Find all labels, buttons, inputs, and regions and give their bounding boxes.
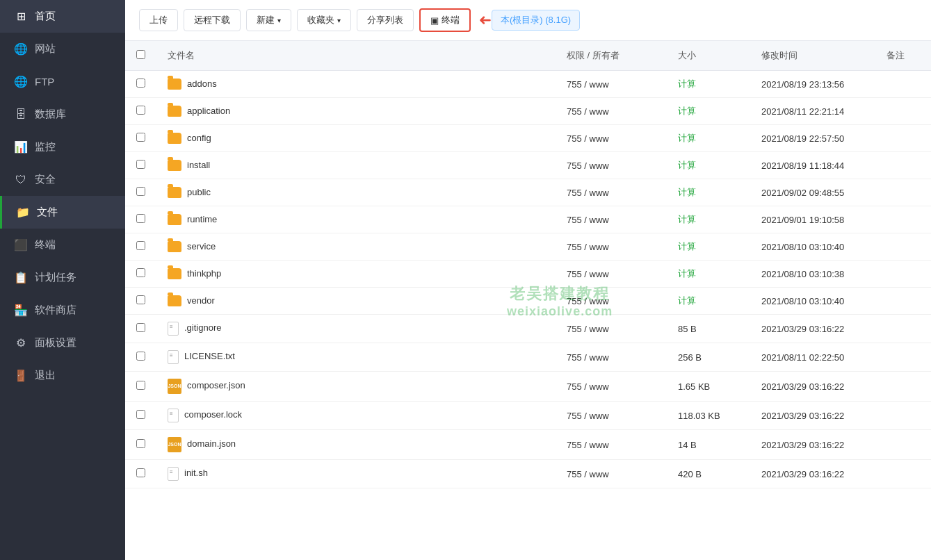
- sidebar-item-settings[interactable]: ⚙ 面板设置: [0, 327, 125, 359]
- select-all-checkbox[interactable]: [136, 50, 145, 59]
- new-label: 新建: [257, 14, 275, 26]
- row-checkbox[interactable]: [136, 106, 145, 115]
- calc-size-button[interactable]: 计算: [678, 106, 696, 116]
- row-permission-cell: 755 / www: [556, 261, 667, 288]
- share-button[interactable]: 分享列表: [357, 9, 414, 31]
- row-size-cell: 计算: [667, 206, 750, 233]
- sidebar-item-files[interactable]: 📁 文件: [0, 196, 125, 229]
- row-checkbox[interactable]: [136, 268, 145, 277]
- row-permission-cell: 755 / www: [556, 233, 667, 261]
- sidebar-item-label: 数据库: [35, 108, 66, 121]
- file-name[interactable]: .gitignore: [184, 322, 221, 333]
- row-checkbox[interactable]: [136, 133, 145, 142]
- file-name[interactable]: service: [187, 241, 216, 252]
- row-checkbox[interactable]: [136, 352, 145, 361]
- terminal-button[interactable]: ▣ 终端: [419, 8, 471, 32]
- json-icon: JSON: [168, 437, 181, 452]
- logout-icon: 🚪: [14, 369, 28, 382]
- ftp-icon: 🌐: [14, 75, 28, 88]
- row-checkbox[interactable]: [136, 295, 145, 304]
- row-note-cell: [875, 71, 931, 98]
- sidebar-item-database[interactable]: 🗄 数据库: [0, 98, 125, 131]
- row-checkbox[interactable]: [136, 160, 145, 169]
- sidebar-item-label: 软件商店: [35, 304, 76, 317]
- header-permission: 权限 / 所有者: [556, 41, 667, 71]
- sidebar-item-logout[interactable]: 🚪 退出: [0, 359, 125, 392]
- file-name[interactable]: vendor: [187, 295, 215, 306]
- table-row: install755 / www计算2021/08/19 11:18:44: [125, 152, 931, 179]
- sidebar-item-ftp[interactable]: 🌐 FTP: [0, 65, 125, 98]
- sidebar-item-label: 监控: [35, 140, 56, 154]
- calc-size-button[interactable]: 计算: [678, 133, 696, 143]
- row-size-cell: 256 B: [667, 343, 750, 372]
- calc-size-button[interactable]: 计算: [678, 79, 696, 89]
- sidebar-item-terminal[interactable]: ⬛ 终端: [0, 229, 125, 261]
- row-checkbox[interactable]: [136, 214, 145, 223]
- row-note-cell: [875, 206, 931, 233]
- sidebar-item-schedule[interactable]: 📋 计划任务: [0, 261, 125, 294]
- row-checkbox[interactable]: [136, 323, 145, 332]
- folder-icon: [168, 268, 181, 279]
- sidebar-item-home[interactable]: ⊞ 首页: [0, 0, 125, 33]
- calc-size-button[interactable]: 计算: [678, 214, 696, 224]
- file-name[interactable]: install: [187, 160, 210, 170]
- table-row: composer.lock755 / www118.03 KB2021/03/2…: [125, 402, 931, 430]
- row-modified-cell: 2021/03/29 03:16:22: [750, 402, 875, 430]
- row-checkbox[interactable]: [136, 187, 145, 196]
- collect-button[interactable]: 收藏夹 ▾: [297, 9, 351, 31]
- row-permission-cell: 755 / www: [556, 288, 667, 315]
- row-note-cell: [875, 315, 931, 343]
- arrow-annotation: ➜ 本(根目录) (8.1G): [476, 10, 580, 31]
- row-size-cell: 计算: [667, 98, 750, 125]
- calc-size-button[interactable]: 计算: [678, 160, 696, 170]
- upload-button[interactable]: 上传: [139, 9, 178, 31]
- file-name[interactable]: composer.lock: [184, 409, 242, 420]
- share-label: 分享列表: [367, 14, 403, 26]
- file-name[interactable]: runtime: [187, 214, 217, 224]
- table-row: application755 / www计算2021/08/11 22:21:1…: [125, 98, 931, 125]
- table-row: init.sh755 / www420 B2021/03/29 03:16:22: [125, 460, 931, 488]
- row-checkbox[interactable]: [136, 241, 145, 250]
- sidebar-item-appstore[interactable]: 🏪 软件商店: [0, 294, 125, 327]
- row-size-cell: 计算: [667, 152, 750, 179]
- calc-size-button[interactable]: 计算: [678, 187, 696, 197]
- file-name[interactable]: addons: [187, 79, 217, 89]
- row-checkbox[interactable]: [136, 410, 145, 419]
- row-checkbox-cell: [125, 261, 156, 288]
- row-checkbox[interactable]: [136, 439, 145, 448]
- row-checkbox[interactable]: [136, 381, 145, 390]
- header-filename: 文件名: [156, 41, 556, 71]
- row-checkbox[interactable]: [136, 468, 145, 477]
- calc-size-button[interactable]: 计算: [678, 295, 696, 306]
- table-row: JSONcomposer.json755 / www1.65 KB2021/03…: [125, 372, 931, 402]
- new-button[interactable]: 新建 ▾: [246, 9, 291, 31]
- file-name[interactable]: LICENSE.txt: [184, 351, 235, 361]
- row-name-cell: JSONdomain.json: [156, 430, 556, 460]
- main-content: 上传 远程下载 新建 ▾ 收藏夹 ▾ 分享列表 ▣ 终端 ➜ 本(根目录) (8…: [125, 0, 931, 560]
- row-note-cell: [875, 98, 931, 125]
- row-name-cell: vendor: [156, 288, 556, 315]
- row-permission-cell: 755 / www: [556, 125, 667, 152]
- table-row: JSONdomain.json755 / www14 B2021/03/29 0…: [125, 430, 931, 460]
- file-name[interactable]: domain.json: [187, 438, 236, 449]
- row-name-cell: install: [156, 152, 556, 179]
- sidebar-item-monitor[interactable]: 📊 监控: [0, 131, 125, 163]
- sidebar-item-website[interactable]: 🌐 网站: [0, 33, 125, 65]
- doc-icon: [168, 322, 179, 336]
- table-row: config755 / www计算2021/08/19 22:57:50: [125, 125, 931, 152]
- file-name[interactable]: composer.json: [187, 380, 245, 390]
- gear-icon: ⚙: [14, 336, 28, 349]
- sidebar-item-security[interactable]: 🛡 安全: [0, 163, 125, 196]
- row-modified-cell: 2021/08/10 03:10:40: [750, 288, 875, 315]
- file-name[interactable]: thinkphp: [187, 268, 221, 279]
- calc-size-button[interactable]: 计算: [678, 241, 696, 252]
- row-checkbox[interactable]: [136, 79, 145, 88]
- file-name[interactable]: public: [187, 187, 211, 197]
- remote-download-button[interactable]: 远程下载: [184, 9, 241, 31]
- table-row: runtime755 / www计算2021/09/01 19:10:58: [125, 206, 931, 233]
- disk-badge[interactable]: 本(根目录) (8.1G): [492, 10, 580, 31]
- file-name[interactable]: application: [187, 106, 230, 116]
- file-name[interactable]: init.sh: [184, 468, 208, 478]
- calc-size-button[interactable]: 计算: [678, 268, 696, 279]
- file-name[interactable]: config: [187, 133, 211, 143]
